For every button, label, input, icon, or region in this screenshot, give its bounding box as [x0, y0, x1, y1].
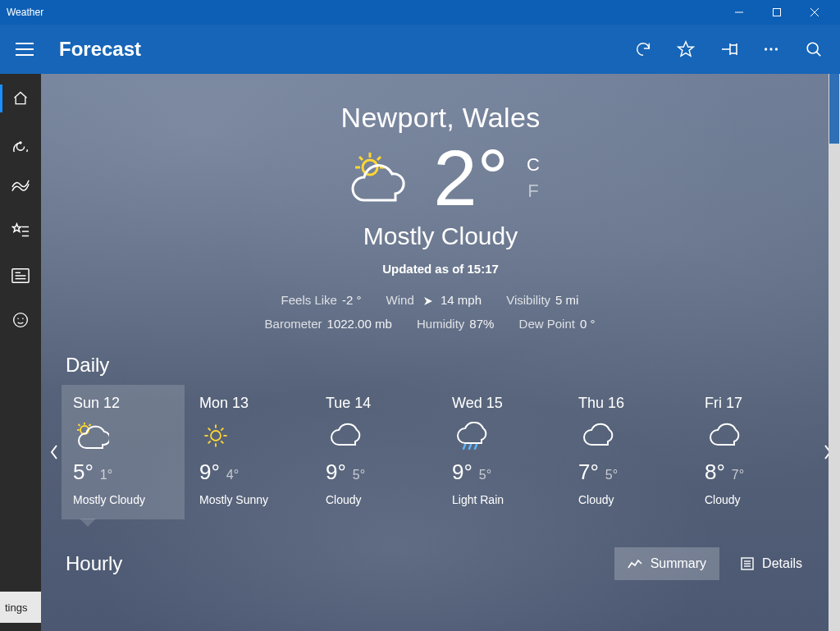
condition-text: Cloudy	[326, 493, 426, 506]
updated-time: Updated as of 15:17	[41, 262, 840, 276]
svg-line-53	[475, 445, 477, 449]
svg-point-28	[17, 318, 19, 320]
sidebar-item-radar[interactable]	[0, 122, 41, 163]
condition-text: Cloudy	[705, 493, 805, 506]
sunny-icon	[199, 422, 299, 450]
more-button[interactable]	[750, 30, 792, 69]
daily-card[interactable]: Wed 159°5°Light Rain	[441, 385, 564, 519]
daily-card[interactable]: Mon 139°4°Mostly Sunny	[188, 385, 311, 519]
high-temp: 9°	[326, 460, 346, 484]
low-temp: 1°	[100, 468, 112, 482]
unit-fahrenheit[interactable]: F	[527, 181, 540, 202]
content-area: Newport, Wales 2° C	[41, 74, 840, 631]
sidebar-item-history[interactable]	[0, 167, 41, 208]
partly-cloudy-icon	[73, 422, 173, 450]
summary-icon	[628, 558, 642, 569]
sidebar-item-settings[interactable]: tings	[0, 592, 41, 623]
scrollbar[interactable]	[829, 74, 840, 631]
daily-prev-button[interactable]	[46, 393, 62, 512]
daily-card[interactable]: Tue 149°5°Cloudy	[314, 385, 437, 519]
day-label: Thu 16	[578, 395, 678, 412]
settings-label-partial: tings	[5, 601, 27, 614]
day-label: Wed 15	[452, 395, 552, 412]
svg-point-14	[769, 48, 772, 50]
daily-forecast-list: Sun 125°1°Mostly CloudyMon 139°4°Mostly …	[62, 385, 819, 519]
wind-direction-icon	[422, 295, 434, 307]
svg-line-52	[469, 445, 471, 449]
day-label: Fri 17	[705, 395, 805, 412]
search-button[interactable]	[792, 30, 835, 69]
location-title: Newport, Wales	[41, 102, 840, 134]
sidebar: tings	[0, 74, 41, 631]
condition-text: Mostly Cloudy	[73, 493, 173, 506]
svg-marker-7	[678, 42, 693, 56]
low-temp: 5°	[479, 468, 491, 482]
day-label: Mon 13	[199, 395, 299, 412]
condition-text: Light Rain	[452, 493, 552, 506]
svg-point-18	[20, 142, 21, 144]
svg-point-16	[807, 43, 818, 53]
favorite-button[interactable]	[664, 30, 707, 69]
day-label: Sun 12	[73, 395, 173, 412]
rain-icon	[452, 422, 552, 450]
metrics-row-2: Barometer1022.00 mb Humidity87% Dew Poin…	[41, 313, 840, 336]
daily-card[interactable]: Fri 178°7°Cloudy	[693, 385, 816, 519]
scrollbar-thumb[interactable]	[829, 74, 839, 144]
title-bar: Weather	[0, 0, 840, 25]
minimize-button[interactable]	[720, 0, 758, 25]
close-button[interactable]	[796, 0, 833, 25]
svg-marker-36	[424, 297, 432, 305]
current-description: Mostly Cloudy	[41, 222, 840, 250]
svg-rect-1	[774, 9, 781, 16]
sidebar-item-feedback[interactable]	[0, 299, 41, 341]
svg-line-48	[221, 441, 223, 443]
low-temp: 7°	[732, 468, 744, 482]
sidebar-item-news[interactable]	[0, 255, 41, 296]
svg-point-15	[775, 48, 778, 50]
high-temp: 5°	[73, 460, 94, 484]
high-temp: 9°	[452, 460, 472, 484]
pin-button[interactable]	[707, 30, 750, 69]
hourly-details-label: Details	[762, 556, 802, 571]
high-temp: 7°	[578, 460, 599, 484]
svg-line-34	[377, 157, 381, 160]
window-title: Weather	[7, 7, 720, 18]
low-temp: 5°	[353, 468, 365, 482]
svg-marker-19	[12, 224, 21, 232]
command-bar: Forecast	[0, 25, 840, 74]
svg-line-51	[463, 445, 465, 449]
svg-point-29	[22, 318, 24, 320]
current-conditions: Newport, Wales 2° C	[41, 74, 840, 336]
page-title: Forecast	[59, 38, 141, 61]
window-controls	[720, 0, 833, 25]
svg-line-17	[816, 52, 820, 56]
condition-text: Mostly Sunny	[199, 493, 299, 506]
svg-point-27	[14, 313, 28, 327]
svg-line-49	[221, 428, 223, 431]
hourly-summary-tab[interactable]: Summary	[614, 547, 719, 580]
maximize-button[interactable]	[758, 0, 796, 25]
low-temp: 5°	[605, 468, 618, 482]
current-temperature: 2°	[433, 139, 509, 217]
svg-line-47	[208, 428, 211, 431]
condition-text: Cloudy	[578, 493, 678, 506]
hourly-section-title: Hourly	[66, 552, 122, 575]
low-temp: 4°	[226, 468, 239, 482]
hourly-details-tab[interactable]: Details	[728, 547, 815, 580]
refresh-button[interactable]	[622, 30, 664, 69]
partly-cloudy-icon	[341, 149, 415, 207]
daily-card[interactable]: Thu 167°5°Cloudy	[567, 385, 690, 519]
daily-card[interactable]: Sun 125°1°Mostly Cloudy	[62, 385, 185, 519]
hourly-summary-label: Summary	[651, 556, 706, 571]
unit-celsius[interactable]: C	[527, 154, 540, 176]
cloudy-icon	[326, 422, 426, 450]
svg-line-41	[89, 424, 91, 426]
high-temp: 9°	[199, 460, 220, 484]
svg-point-13	[765, 48, 767, 50]
sidebar-item-home[interactable]	[0, 78, 41, 119]
svg-line-40	[79, 424, 80, 426]
svg-line-50	[208, 441, 211, 443]
daily-section-title: Daily	[66, 354, 840, 377]
hamburger-button[interactable]	[5, 30, 44, 69]
sidebar-item-favorites[interactable]	[0, 211, 41, 252]
